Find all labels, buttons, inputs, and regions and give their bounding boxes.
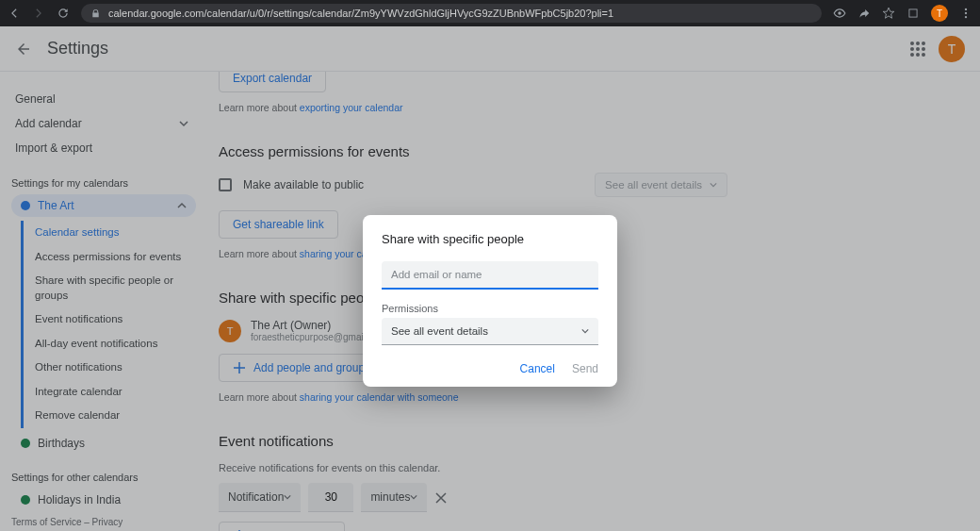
- star-icon[interactable]: [882, 7, 895, 20]
- permissions-select[interactable]: See all event details: [382, 318, 598, 345]
- cancel-button[interactable]: Cancel: [520, 362, 555, 375]
- dialog-title: Share with specific people: [382, 232, 598, 246]
- chevron-down-icon: [581, 327, 589, 335]
- address-bar[interactable]: calendar.google.com/calendar/u/0/r/setti…: [81, 4, 822, 23]
- svg-point-0: [838, 11, 841, 15]
- share-dialog: Share with specific people Permissions S…: [363, 215, 617, 387]
- modal-overlay[interactable]: Share with specific people Permissions S…: [0, 26, 980, 531]
- back-icon[interactable]: [8, 7, 21, 20]
- svg-point-2: [965, 8, 967, 10]
- profile-avatar[interactable]: T: [931, 5, 948, 22]
- extensions-icon[interactable]: [906, 7, 920, 20]
- permissions-label: Permissions: [382, 303, 598, 314]
- reload-icon[interactable]: [57, 7, 70, 20]
- lock-icon: [90, 8, 101, 19]
- forward-icon[interactable]: [32, 7, 45, 20]
- share-icon[interactable]: [858, 7, 871, 20]
- email-input[interactable]: [382, 261, 598, 290]
- svg-rect-1: [909, 9, 917, 17]
- browser-chrome: calendar.google.com/calendar/u/0/r/setti…: [0, 0, 980, 26]
- svg-point-3: [965, 12, 967, 14]
- url-text: calendar.google.com/calendar/u/0/r/setti…: [108, 8, 613, 19]
- svg-point-4: [965, 16, 967, 18]
- send-button[interactable]: Send: [572, 362, 598, 375]
- menu-icon[interactable]: [959, 7, 972, 20]
- eye-icon[interactable]: [833, 7, 846, 20]
